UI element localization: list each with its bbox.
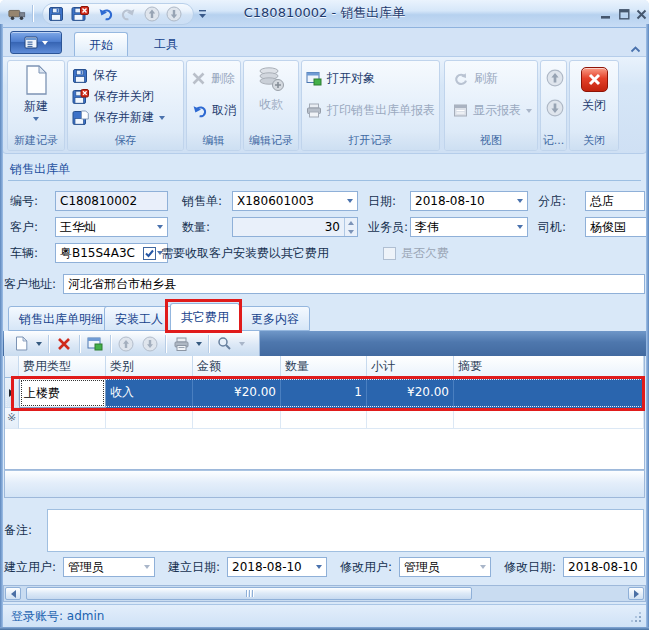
qty-label: 数量: [182,217,210,237]
save-button[interactable]: 保存 [72,65,181,86]
grid-header-subtotal[interactable]: 小计 [367,356,454,378]
row-indicator-arrow-icon [5,378,19,408]
ribbon-tab-tools[interactable]: 工具 [140,32,192,56]
open-object-button[interactable]: 打开对象 [306,68,437,89]
grid-toolbar [3,331,646,356]
tab-other-fees[interactable]: 其它费用 [170,303,240,331]
new-cell[interactable] [106,408,193,429]
grid-header-category[interactable]: 类别 [106,356,193,378]
save-and-close-button[interactable]: 保存并关闭 [72,86,181,107]
grid-toolbar-strip [4,331,260,356]
coins-icon [256,64,286,94]
scroll-right-icon[interactable] [628,587,644,600]
delete-button: 删除 [191,68,238,89]
qty-spin-down-icon [345,227,357,236]
grid-move-down-icon [141,334,159,354]
minimize-button[interactable] [598,7,614,21]
salesman-combo[interactable]: 李伟 [410,217,528,237]
remark-label: 备注: [4,520,32,540]
address-field[interactable]: 河北省邢台市柏乡县 [63,274,645,294]
grid-header-summary[interactable]: 摘要 [454,356,644,378]
close-form-button[interactable]: 关闭 [570,67,618,132]
grid-header-row: 费用类型 类别 金额 数量 小计 摘要 [5,356,644,378]
branch-field[interactable]: 总店 [585,191,645,211]
salesman-dropdown-icon [512,218,527,236]
quick-save-close-icon[interactable] [71,5,89,23]
grid-new-dropdown-icon[interactable] [36,342,42,346]
arrears-checkbox-box [383,247,396,260]
ribbon-group-edit-record: 收款 编辑记录 [243,60,299,151]
quick-save-icon[interactable] [47,5,65,23]
install-fee-checkbox[interactable]: 需要收取客户安装费以其它费用 [143,243,329,263]
ribbon-tab-start[interactable]: 开始 [74,32,128,56]
quick-redo-icon [120,5,138,23]
grid-header-indicator [5,356,19,378]
tab-outbound-details[interactable]: 销售出库单明细 [8,306,114,331]
grid-new-row[interactable]: ※ [5,408,644,429]
customer-combo[interactable]: 王华灿 [55,217,168,237]
grid-delete-row-icon[interactable] [55,334,73,354]
horizontal-scrollbar[interactable] [3,585,646,602]
cell-amount[interactable]: ¥20.00 [193,378,281,408]
customer-label: 客户: [10,217,38,237]
save-and-new-button[interactable]: 保存并新建 [72,107,181,128]
grid-search-icon[interactable] [215,334,233,354]
print-report-button: 打印销售出库单报表 [306,100,437,121]
new-cell[interactable] [454,408,644,429]
toolbar-separator [48,335,49,353]
sale-order-combo[interactable]: X180601003 [232,191,358,211]
no-field[interactable]: C180810002 [55,191,168,211]
scroll-left-icon[interactable] [5,587,21,600]
modified-by-label: 修改用户: [340,557,392,577]
grid-header-qty[interactable]: 数量 [281,356,367,378]
grid-header-amount[interactable]: 金额 [193,356,281,378]
created-by-label: 建立用户: [4,557,56,577]
cancel-button[interactable]: 取消 [191,100,238,121]
tab-install-workers[interactable]: 安装工人 [104,306,174,331]
remark-textarea[interactable] [47,509,644,552]
cell-qty[interactable]: 1 [281,378,367,408]
cell-category[interactable]: 收入 [106,378,193,408]
ribbon-group-new-record: 新建 新建记录 [7,60,65,151]
grid-print-dropdown-icon[interactable] [196,342,202,346]
grid-selected-row[interactable]: 上楼费 收入 ¥20.00 1 ¥20.00 [5,378,644,408]
resize-grip-icon[interactable] [630,608,642,627]
close-window-button[interactable] [633,7,649,21]
check-icon [144,248,155,259]
grid-new-row-icon[interactable] [12,334,30,354]
driver-field[interactable]: 杨俊国 [585,217,649,237]
cell-fee-type[interactable]: 上楼费 [19,378,106,408]
created-date-dropdown-icon [311,558,326,576]
app-menu-button[interactable] [10,31,62,54]
application-window: C180810002 - 销售出库单 [0,0,649,630]
ribbon-collapse-icon[interactable] [630,38,641,57]
grid-header-fee-type[interactable]: 费用类型 [19,356,106,378]
grid-search-dropdown-icon[interactable] [239,342,245,346]
new-cell[interactable] [193,408,281,429]
cell-summary[interactable] [454,378,644,408]
qty-spinner[interactable]: 30 [232,217,358,237]
qty-spin-buttons[interactable] [344,218,357,236]
new-cell[interactable] [19,408,106,429]
date-combo[interactable]: 2018-08-10 [410,191,528,211]
install-fee-checkbox-box [143,247,156,260]
new-button[interactable]: 新建 [8,64,64,132]
form-divider [8,180,641,181]
grid-open-object-icon[interactable] [86,334,104,354]
created-date-combo[interactable]: 2018-08-10 [227,557,327,577]
tab-more-content[interactable]: 更多内容 [240,306,310,331]
cell-subtotal[interactable]: ¥20.00 [367,378,454,408]
created-date-label: 建立日期: [168,557,220,577]
grid-print-export-icon[interactable] [172,334,190,354]
ribbon-group-record-nav: 记... [540,60,567,151]
new-cell[interactable] [367,408,454,429]
scrollbar-thumb[interactable] [26,587,472,600]
modified-date-field[interactable]: 2018-08-10 [563,557,645,577]
maximize-button[interactable] [616,7,632,21]
qat-customize-icon[interactable] [196,5,208,23]
grid-footer-band [4,470,645,498]
new-cell[interactable] [281,408,367,429]
quick-undo-icon[interactable] [96,5,114,23]
group-caption-edit: 编辑 [187,133,240,150]
vehicle-label: 车辆: [10,243,38,263]
